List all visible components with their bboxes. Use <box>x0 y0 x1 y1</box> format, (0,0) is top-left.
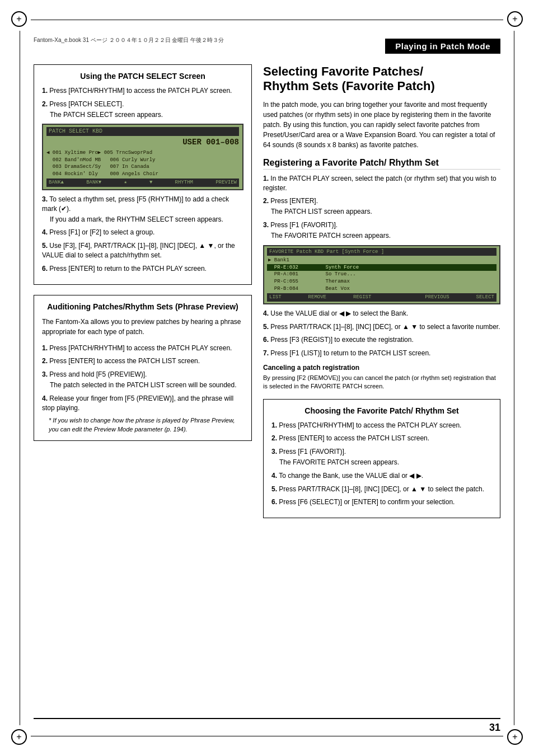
ch-step-3: 3. Press [F1 (FAVORIT)]. The FAVORITE PA… <box>271 447 492 467</box>
register-steps-cont: 4. Use the VALUE dial or ◀ ▶ to select t… <box>263 309 500 358</box>
reg-step-6-text: Press [F3 (REGIST)] to execute the regis… <box>270 336 413 344</box>
lcd-title: USER 001–008 <box>46 137 239 148</box>
patch-select-steps: 1. Press [PATCH/RHYTHM] to access the PA… <box>42 86 243 119</box>
lcd-top-bar: PATCH SELECT KBD <box>46 127 239 136</box>
ch-step-3-sub: The FAVORITE PATCH screen appears. <box>271 458 492 467</box>
pp-step-3-sub: The patch selected in the PATCH LIST scr… <box>42 381 243 390</box>
content-area: Using the PATCH SELECT Screen 1. Press [… <box>34 64 500 711</box>
reg-step-7-text: Press [F1 (LIST)] to return to the PATCH… <box>270 349 430 357</box>
header-small-text: Fantom-Xa_e.book 31 ページ ２００４年１０月２２日 金曜日 … <box>34 36 224 44</box>
step-5-text: Use [F3], [F4], PART/TRACK [1]–[8], [INC… <box>42 242 235 259</box>
step-6-num: 6. <box>42 265 48 273</box>
fav-btn-list: LIST <box>269 294 282 301</box>
step-3-sub: If you add a mark, the RHYTHM SELECT scr… <box>42 215 243 224</box>
pp-step-2-text: Press [ENTER] to access the PATCH LIST s… <box>49 357 200 365</box>
patch-select-title: Using the PATCH SELECT Screen <box>42 72 243 81</box>
left-column: Using the PATCH SELECT Screen 1. Press [… <box>34 64 252 711</box>
right-border <box>514 31 514 725</box>
corner-decoration-tl <box>11 11 27 27</box>
corner-decoration-tr <box>507 11 523 27</box>
reg-step-3-text: Press [F1 (FAVORIT)]. <box>270 221 338 229</box>
pp-step-4: 4. Release your finger from [F5 (PREVIEW… <box>42 394 243 413</box>
phrase-preview-intro: The Fantom-Xa allows you to preview patc… <box>42 317 243 337</box>
step-4-text: Press [F1] or [F2] to select a group. <box>49 228 154 236</box>
reg-step-2-text: Press [ENTER]. <box>270 197 318 205</box>
phrase-preview-note: * If you wish to change how the phrase i… <box>42 416 243 434</box>
page-number: 31 <box>489 722 500 734</box>
step-4: 4. Press [F1] or [F2] to select a group. <box>42 228 243 237</box>
step-6-text: Press [ENTER] to return to the PATCH PLA… <box>49 265 207 273</box>
fav-lcd-top: FAVORITE Patch KBD Part [Synth Force ] <box>267 248 496 256</box>
cancel-section: Canceling a patch registration By pressi… <box>263 364 500 391</box>
step-3-text: To select a rhythm set, press [F5 (RHYTH… <box>42 195 229 213</box>
step-2-text: Press [PATCH SELECT]. <box>49 100 124 108</box>
register-title: Registering a Favorite Patch/ Rhythm Set <box>263 158 439 167</box>
page-title: Playing in Patch Mode <box>385 39 500 54</box>
ch-step-6: 6. Press [F6 (SELECT)] or [ENTER] to con… <box>271 497 492 507</box>
pp-step-3-text: Press and hold [F5 (PREVIEW)]. <box>49 370 147 378</box>
pp-step-1: 1. Press [PATCH/RHYTHM] to access the PA… <box>42 344 243 353</box>
reg-step-1-text: In the PATCH PLAY screen, select the pat… <box>263 175 496 192</box>
phrase-preview-steps: 1. Press [PATCH/RHYTHM] to access the PA… <box>42 344 243 413</box>
ch-step-5: 5. Press PART/TRACK [1]–[8], [INC] [DEC]… <box>271 485 492 494</box>
main-title-line2: Rhythm Sets (Favorite Patch) <box>263 79 435 93</box>
lcd-row-1: ◀ 001 Xyltime Pro▶ 005 TrncSwoprPad <box>46 149 239 157</box>
fav-lcd-row-0: ▶ Bank1 <box>267 257 496 264</box>
choose-steps: 1. Press [PATCH/RHYTHM] to access the PA… <box>271 421 492 508</box>
fav-lcd-row-1: PR-E:032 Synth Force <box>267 264 496 271</box>
fav-btn-select: SELECT <box>476 294 494 301</box>
main-title-line1: Selecting Favorite Patches/ <box>263 64 423 78</box>
ch-step-3-text: Press [F1 (FAVORIT)]. <box>279 448 346 456</box>
left-border <box>20 31 20 725</box>
top-border <box>31 20 503 20</box>
fav-lcd-row-3: PR-C:055 Theramax <box>267 278 496 285</box>
reg-step-1: 1. In the PATCH PLAY screen, select the … <box>263 174 500 193</box>
step-3-num: 3. <box>42 195 48 203</box>
cancel-title: Canceling a patch registration <box>263 364 500 372</box>
fav-lcd-bottom: LIST REMOVE REGIST PREVIOUS SELECT <box>267 293 496 302</box>
lcd-btn-preview: PREVIEW <box>216 179 237 186</box>
step-1-num: 1. <box>42 87 48 95</box>
step-1: 1. Press [PATCH/RHYTHM] to access the PA… <box>42 86 243 96</box>
reg-step-3: 3. Press [F1 (FAVORIT)]. The FAVORITE PA… <box>263 220 500 241</box>
phrase-preview-title: Auditioning Patches/Rhythm Sets (Phrase … <box>42 302 243 311</box>
pp-step-1-text: Press [PATCH/RHYTHM] to access the PATCH… <box>49 344 232 352</box>
ch-step-4: 4. To change the Bank, use the VALUE dia… <box>271 471 492 481</box>
ch-step-6-text: Press [F6 (SELECT)] or [ENTER] to confir… <box>279 498 455 506</box>
reg-step-6: 6. Press [F3 (REGIST)] to execute the re… <box>263 335 500 345</box>
step-1-text: Press [PATCH/RHYTHM] to access the PATCH… <box>49 87 232 95</box>
fav-btn-remove: REMOVE <box>308 294 326 301</box>
ch-step-2-text: Press [ENTER] to access the PATCH LIST s… <box>279 434 429 442</box>
phrase-preview-section: Auditioning Patches/Rhythm Sets (Phrase … <box>34 295 252 442</box>
pp-step-3: 3. Press and hold [F5 (PREVIEW)]. The pa… <box>42 370 243 390</box>
step-5-num: 5. <box>42 242 48 250</box>
ch-step-4-text: To change the Bank, use the VALUE dial o… <box>279 472 423 480</box>
lcd-row-3: 003 DramaSect/Sy 007 In Canada <box>46 163 239 171</box>
step-4-num: 4. <box>42 228 48 236</box>
patch-select-section: Using the PATCH SELECT Screen 1. Press [… <box>34 64 252 285</box>
cancel-text: By pressing [F2 (REMOVE)] you can cancel… <box>263 374 500 391</box>
lcd-btn-star: ★ <box>124 179 127 186</box>
reg-step-2-sub: The PATCH LIST screen appears. <box>263 207 500 217</box>
reg-step-5-text: Press PART/TRACK [1]–[8], [INC] [DEC], o… <box>270 323 500 331</box>
reg-step-4: 4. Use the VALUE dial or ◀ ▶ to select t… <box>263 309 500 318</box>
header: Fantom-Xa_e.book 31 ページ ２００４年１０月２２日 金曜日 … <box>34 34 500 59</box>
lcd-btn-rhythm: RHYTHM <box>175 179 193 186</box>
reg-step-5: 5. Press PART/TRACK [1]–[8], [INC] [DEC]… <box>263 322 500 332</box>
fav-btn-regist: REGIST <box>353 294 371 301</box>
reg-step-3-sub: The FAVORITE PATCH screen appears. <box>263 231 500 241</box>
pp-step-4-text: Release your finger from [F5 (PREVIEW)],… <box>42 395 233 412</box>
step-3: 3. To select a rhythm set, press [F5 (RH… <box>42 195 243 224</box>
ch-step-5-text: Press PART/TRACK [1]–[8], [INC] [DEC], o… <box>279 485 484 493</box>
pp-step-2: 2. Press [ENTER] to access the PATCH LIS… <box>42 356 243 366</box>
step-2: 2. Press [PATCH SELECT]. The PATCH SELEC… <box>42 100 243 120</box>
main-intro: In the patch mode, you can bring togethe… <box>263 100 500 150</box>
reg-step-2: 2. Press [ENTER]. The PATCH LIST screen … <box>263 196 500 217</box>
ch-step-1: 1. Press [PATCH/RHYTHM] to access the PA… <box>271 421 492 430</box>
lcd-row-2: 002 Band'nMod MB 006 Curly Wurly <box>46 157 239 164</box>
lcd-bottom-bar: BANK▲ BANK▼ ★ ▼ RHYTHM PREVIEW <box>46 179 239 187</box>
favorite-lcd: FAVORITE Patch KBD Part [Synth Force ] ▶… <box>263 245 500 304</box>
step-5: 5. Use [F3], [F4], PART/TRACK [1]–[8], [… <box>42 241 243 260</box>
step-2-sub: The PATCH SELECT screen appears. <box>42 110 243 120</box>
right-column: Selecting Favorite Patches/ Rhythm Sets … <box>263 64 500 711</box>
